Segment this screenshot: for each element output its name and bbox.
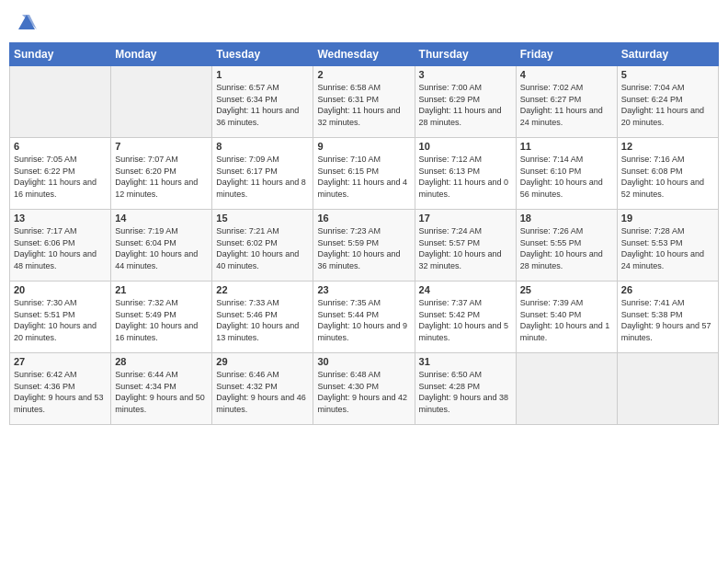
day-cell <box>111 66 212 138</box>
day-number: 14 <box>115 213 208 224</box>
day-number: 1 <box>216 69 309 80</box>
day-info: Sunrise: 7:16 AMSunset: 6:08 PMDaylight:… <box>621 154 714 200</box>
day-cell: 16Sunrise: 7:23 AMSunset: 5:59 PMDayligh… <box>313 210 415 282</box>
logo-icon <box>17 13 37 33</box>
day-info: Sunrise: 6:57 AMSunset: 6:34 PMDaylight:… <box>216 82 309 128</box>
day-cell: 27Sunrise: 6:42 AMSunset: 4:36 PMDayligh… <box>10 353 111 425</box>
day-number: 23 <box>317 284 410 295</box>
day-number: 13 <box>14 213 107 224</box>
weekday-header-wednesday: Wednesday <box>313 43 415 66</box>
day-info: Sunrise: 6:42 AMSunset: 4:36 PMDaylight:… <box>14 369 107 415</box>
day-cell <box>617 353 718 425</box>
day-cell: 13Sunrise: 7:17 AMSunset: 6:06 PMDayligh… <box>10 210 111 282</box>
day-info: Sunrise: 7:00 AMSunset: 6:29 PMDaylight:… <box>419 82 512 128</box>
day-cell: 17Sunrise: 7:24 AMSunset: 5:57 PMDayligh… <box>415 210 516 282</box>
day-number: 11 <box>520 141 613 152</box>
day-info: Sunrise: 7:35 AMSunset: 5:44 PMDaylight:… <box>317 297 410 343</box>
day-info: Sunrise: 7:10 AMSunset: 6:15 PMDaylight:… <box>317 154 410 200</box>
day-info: Sunrise: 7:19 AMSunset: 6:04 PMDaylight:… <box>115 225 208 271</box>
day-cell: 29Sunrise: 6:46 AMSunset: 4:32 PMDayligh… <box>212 353 313 425</box>
day-info: Sunrise: 6:58 AMSunset: 6:31 PMDaylight:… <box>317 82 410 128</box>
day-info: Sunrise: 6:44 AMSunset: 4:34 PMDaylight:… <box>115 369 208 415</box>
day-cell: 26Sunrise: 7:41 AMSunset: 5:38 PMDayligh… <box>617 282 718 353</box>
day-number: 15 <box>216 213 309 224</box>
day-cell: 24Sunrise: 7:37 AMSunset: 5:42 PMDayligh… <box>415 282 516 353</box>
day-number: 2 <box>317 69 410 80</box>
day-info: Sunrise: 7:28 AMSunset: 5:53 PMDaylight:… <box>621 225 714 271</box>
day-info: Sunrise: 7:04 AMSunset: 6:24 PMDaylight:… <box>621 82 714 128</box>
day-number: 12 <box>621 141 714 152</box>
day-number: 22 <box>216 284 309 295</box>
day-info: Sunrise: 7:30 AMSunset: 5:51 PMDaylight:… <box>14 297 107 343</box>
day-info: Sunrise: 7:07 AMSunset: 6:20 PMDaylight:… <box>115 154 208 200</box>
day-info: Sunrise: 6:48 AMSunset: 4:30 PMDaylight:… <box>317 369 410 415</box>
day-info: Sunrise: 7:32 AMSunset: 5:49 PMDaylight:… <box>115 297 208 343</box>
day-info: Sunrise: 7:33 AMSunset: 5:46 PMDaylight:… <box>216 297 309 343</box>
day-info: Sunrise: 7:09 AMSunset: 6:17 PMDaylight:… <box>216 154 309 200</box>
day-info: Sunrise: 7:41 AMSunset: 5:38 PMDaylight:… <box>621 297 714 343</box>
logo <box>15 13 37 33</box>
day-number: 31 <box>419 356 512 367</box>
day-cell: 11Sunrise: 7:14 AMSunset: 6:10 PMDayligh… <box>516 138 617 210</box>
calendar-table: SundayMondayTuesdayWednesdayThursdayFrid… <box>9 42 719 425</box>
day-cell: 25Sunrise: 7:39 AMSunset: 5:40 PMDayligh… <box>516 282 617 353</box>
day-number: 3 <box>419 69 512 80</box>
day-cell: 14Sunrise: 7:19 AMSunset: 6:04 PMDayligh… <box>111 210 212 282</box>
day-cell <box>10 66 111 138</box>
day-cell: 10Sunrise: 7:12 AMSunset: 6:13 PMDayligh… <box>415 138 516 210</box>
day-number: 6 <box>14 141 107 152</box>
day-cell <box>516 353 617 425</box>
page-header <box>9 9 719 37</box>
weekday-header-thursday: Thursday <box>415 43 516 66</box>
day-cell: 31Sunrise: 6:50 AMSunset: 4:28 PMDayligh… <box>415 353 516 425</box>
day-number: 5 <box>621 69 714 80</box>
day-info: Sunrise: 7:02 AMSunset: 6:27 PMDaylight:… <box>520 82 613 128</box>
day-cell: 19Sunrise: 7:28 AMSunset: 5:53 PMDayligh… <box>617 210 718 282</box>
day-number: 4 <box>520 69 613 80</box>
day-number: 26 <box>621 284 714 295</box>
weekday-header-monday: Monday <box>111 43 212 66</box>
day-cell: 28Sunrise: 6:44 AMSunset: 4:34 PMDayligh… <box>111 353 212 425</box>
weekday-header-saturday: Saturday <box>617 43 718 66</box>
day-info: Sunrise: 7:05 AMSunset: 6:22 PMDaylight:… <box>14 154 107 200</box>
day-number: 21 <box>115 284 208 295</box>
weekday-header-friday: Friday <box>516 43 617 66</box>
day-cell: 9Sunrise: 7:10 AMSunset: 6:15 PMDaylight… <box>313 138 415 210</box>
day-cell: 21Sunrise: 7:32 AMSunset: 5:49 PMDayligh… <box>111 282 212 353</box>
day-number: 20 <box>14 284 107 295</box>
day-cell: 4Sunrise: 7:02 AMSunset: 6:27 PMDaylight… <box>516 66 617 138</box>
day-number: 19 <box>621 213 714 224</box>
day-cell: 3Sunrise: 7:00 AMSunset: 6:29 PMDaylight… <box>415 66 516 138</box>
day-cell: 12Sunrise: 7:16 AMSunset: 6:08 PMDayligh… <box>617 138 718 210</box>
day-number: 9 <box>317 141 410 152</box>
weekday-header-tuesday: Tuesday <box>212 43 313 66</box>
day-info: Sunrise: 7:23 AMSunset: 5:59 PMDaylight:… <box>317 225 410 271</box>
week-row-3: 13Sunrise: 7:17 AMSunset: 6:06 PMDayligh… <box>10 210 719 282</box>
day-cell: 7Sunrise: 7:07 AMSunset: 6:20 PMDaylight… <box>111 138 212 210</box>
day-cell: 1Sunrise: 6:57 AMSunset: 6:34 PMDaylight… <box>212 66 313 138</box>
day-info: Sunrise: 7:17 AMSunset: 6:06 PMDaylight:… <box>14 225 107 271</box>
day-info: Sunrise: 6:46 AMSunset: 4:32 PMDaylight:… <box>216 369 309 415</box>
day-number: 8 <box>216 141 309 152</box>
day-number: 24 <box>419 284 512 295</box>
day-info: Sunrise: 7:21 AMSunset: 6:02 PMDaylight:… <box>216 225 309 271</box>
weekday-header-sunday: Sunday <box>10 43 111 66</box>
day-info: Sunrise: 7:24 AMSunset: 5:57 PMDaylight:… <box>419 225 512 271</box>
day-cell: 22Sunrise: 7:33 AMSunset: 5:46 PMDayligh… <box>212 282 313 353</box>
week-row-1: 1Sunrise: 6:57 AMSunset: 6:34 PMDaylight… <box>10 66 719 138</box>
day-number: 27 <box>14 356 107 367</box>
day-cell: 30Sunrise: 6:48 AMSunset: 4:30 PMDayligh… <box>313 353 415 425</box>
day-cell: 18Sunrise: 7:26 AMSunset: 5:55 PMDayligh… <box>516 210 617 282</box>
day-number: 28 <box>115 356 208 367</box>
day-cell: 20Sunrise: 7:30 AMSunset: 5:51 PMDayligh… <box>10 282 111 353</box>
day-number: 18 <box>520 213 613 224</box>
day-cell: 23Sunrise: 7:35 AMSunset: 5:44 PMDayligh… <box>313 282 415 353</box>
day-info: Sunrise: 7:37 AMSunset: 5:42 PMDaylight:… <box>419 297 512 343</box>
week-row-4: 20Sunrise: 7:30 AMSunset: 5:51 PMDayligh… <box>10 282 719 353</box>
day-cell: 2Sunrise: 6:58 AMSunset: 6:31 PMDaylight… <box>313 66 415 138</box>
day-info: Sunrise: 7:14 AMSunset: 6:10 PMDaylight:… <box>520 154 613 200</box>
day-info: Sunrise: 7:26 AMSunset: 5:55 PMDaylight:… <box>520 225 613 271</box>
day-number: 7 <box>115 141 208 152</box>
day-number: 29 <box>216 356 309 367</box>
week-row-2: 6Sunrise: 7:05 AMSunset: 6:22 PMDaylight… <box>10 138 719 210</box>
